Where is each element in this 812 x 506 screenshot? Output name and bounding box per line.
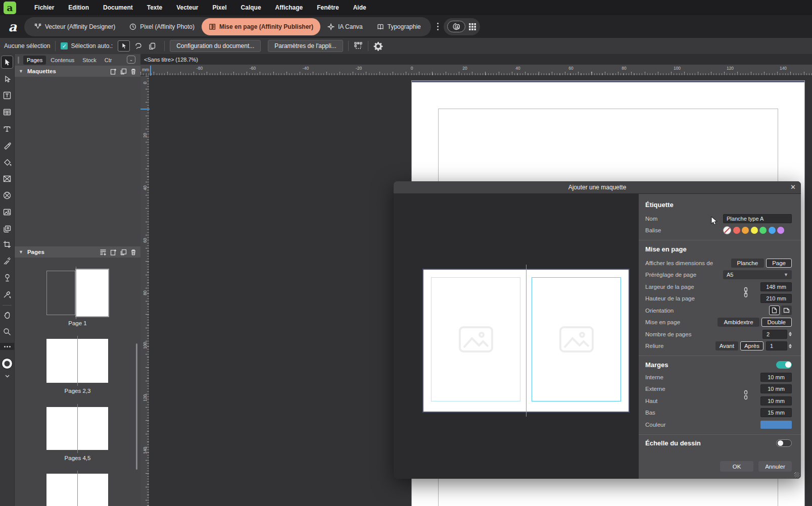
menu-pixel[interactable]: Pixel xyxy=(206,0,234,15)
pages23-thumbnail[interactable] xyxy=(46,339,108,383)
persona-pixel-photo[interactable]: Pixel (Affinity Photo) xyxy=(122,17,202,36)
toolbar-overflow-button[interactable] xyxy=(437,23,439,30)
horizontal-ruler[interactable]: mm -80-60-40-20020406080100120140 xyxy=(140,65,812,76)
pages67-thumbnail-partial[interactable] xyxy=(46,474,108,506)
binding-page-input[interactable]: 1 xyxy=(766,341,787,350)
delete-master-icon[interactable] xyxy=(130,68,136,75)
fill-color-indicator[interactable] xyxy=(1,357,13,370)
page1-thumbnail[interactable] xyxy=(76,270,108,316)
unlink-margins-icon[interactable] xyxy=(743,390,748,400)
dims-page-button[interactable]: Page xyxy=(766,259,792,268)
gear-icon[interactable] xyxy=(373,41,383,51)
rectangle-frame-tool[interactable] xyxy=(1,172,13,185)
menu-texte[interactable]: Texte xyxy=(140,0,169,15)
margin-color-swatch[interactable] xyxy=(760,421,792,429)
asset-pages-tool[interactable] xyxy=(1,222,13,235)
pages-section-header[interactable]: ▼ Pages xyxy=(15,246,140,258)
menu-document[interactable]: Document xyxy=(96,0,140,15)
pages45-label[interactable]: Pages 4,5 xyxy=(15,455,140,461)
page-height-input[interactable]: 210 mm xyxy=(760,294,792,303)
binding-apres-button[interactable]: Après xyxy=(740,341,763,350)
frame-text-tool[interactable] xyxy=(1,89,13,102)
panel-drag-handle[interactable] xyxy=(18,57,19,64)
drawing-scale-toggle[interactable] xyxy=(776,439,792,447)
tag-swatch-blue[interactable] xyxy=(769,227,776,234)
more-tools-button[interactable] xyxy=(0,343,14,350)
tab-ctr[interactable]: Ctr xyxy=(101,56,116,65)
vertical-ruler[interactable]: 020406080100120140 xyxy=(140,76,150,506)
document-tab-title[interactable]: <Sans titre> (128.7%) xyxy=(144,57,198,63)
tag-swatch-purple[interactable] xyxy=(777,227,784,234)
duplicate-page-icon[interactable] xyxy=(120,249,127,256)
page-preset-select[interactable]: A5 ▼ xyxy=(723,270,792,279)
page1-label[interactable]: Page 1 xyxy=(15,320,140,326)
close-icon[interactable]: ✕ xyxy=(790,183,796,191)
margins-toggle[interactable] xyxy=(776,361,792,369)
margin-inner-input[interactable]: 10 mm xyxy=(760,373,792,382)
menu-affichage[interactable]: Affichage xyxy=(268,0,310,15)
duplicate-master-icon[interactable] xyxy=(120,68,127,75)
collapse-chevron-icon[interactable]: ▼ xyxy=(19,249,23,255)
page-width-input[interactable]: 148 mm xyxy=(760,282,792,291)
persona-publisher-active[interactable]: Mise en page (Affinity Publisher) xyxy=(202,18,320,35)
binding-avant-button[interactable]: Avant xyxy=(715,341,738,350)
node-tool[interactable] xyxy=(1,72,13,85)
tab-pages[interactable]: Pages xyxy=(23,56,46,65)
dims-planche-button[interactable]: Planche xyxy=(731,259,765,268)
link-dimensions-icon[interactable] xyxy=(743,287,748,298)
cancel-button[interactable]: Annuler xyxy=(758,461,792,472)
panel-menu-button[interactable]: ⌄ xyxy=(127,56,135,64)
page-count-stepper[interactable] xyxy=(789,332,792,336)
artistic-text-tool[interactable] xyxy=(1,122,13,135)
hand-tool[interactable] xyxy=(1,309,13,322)
layout-ambidextre-button[interactable]: Ambidextre xyxy=(718,318,759,327)
tag-swatch-yellow[interactable] xyxy=(751,227,758,234)
color-picker-tool[interactable] xyxy=(1,288,13,301)
add-page-icon[interactable] xyxy=(110,249,117,256)
copy-select-mode-button[interactable] xyxy=(146,40,158,52)
menu-calque[interactable]: Calque xyxy=(234,0,268,15)
add-master-icon[interactable] xyxy=(110,68,117,75)
crop-tool[interactable] xyxy=(1,238,13,251)
menu-fichier[interactable]: Fichier xyxy=(27,0,61,15)
select-tool-mode-button[interactable] xyxy=(118,40,130,52)
document-setup-button[interactable]: Configuration du document... xyxy=(170,40,261,52)
tab-stock[interactable]: Stock xyxy=(79,56,100,65)
snapping-grid-icon[interactable] xyxy=(354,41,363,50)
ellipse-frame-tool[interactable] xyxy=(1,189,13,202)
tools-expand-chevron[interactable] xyxy=(1,373,13,379)
pages-scrollbar[interactable] xyxy=(136,343,137,470)
move-tool[interactable] xyxy=(1,56,13,69)
workspace-grid-icon[interactable] xyxy=(468,23,476,31)
tag-swatch-red[interactable] xyxy=(733,227,740,234)
orientation-landscape-button[interactable] xyxy=(781,306,792,315)
lasso-select-mode-button[interactable] xyxy=(132,40,144,52)
collapse-chevron-icon[interactable]: ▼ xyxy=(19,69,23,74)
persona-typographie[interactable]: Typographie xyxy=(370,17,428,36)
pen-tool[interactable] xyxy=(1,139,13,152)
ok-button[interactable]: OK xyxy=(720,461,753,472)
menu-vecteur[interactable]: Vecteur xyxy=(169,0,205,15)
pages45-thumbnail[interactable] xyxy=(46,407,108,450)
tab-contenus[interactable]: Contenus xyxy=(47,56,78,65)
margin-bottom-input[interactable]: 15 mm xyxy=(760,408,792,417)
menu-aide[interactable]: Aide xyxy=(346,0,373,15)
apply-master-icon[interactable] xyxy=(100,249,107,256)
table-tool[interactable] xyxy=(1,106,13,119)
brush-tool[interactable] xyxy=(1,255,13,268)
dialog-resize-grip[interactable] xyxy=(794,472,799,477)
dialog-title-bar[interactable]: Ajouter une maquette ✕ xyxy=(394,181,801,194)
assistant-button[interactable] xyxy=(447,21,465,32)
tag-swatch-none[interactable] xyxy=(723,226,731,234)
page-count-input[interactable]: 2 xyxy=(762,330,787,339)
margin-top-input[interactable]: 10 mm xyxy=(760,396,792,406)
binding-page-stepper[interactable] xyxy=(789,344,792,348)
place-image-tool[interactable] xyxy=(1,206,13,219)
auto-select-checkbox[interactable]: ✓ xyxy=(61,42,68,49)
pages23-label[interactable]: Pages 2,3 xyxy=(15,388,140,394)
orientation-portrait-button[interactable] xyxy=(769,306,780,315)
masters-list-empty[interactable] xyxy=(15,77,140,246)
master-name-input[interactable]: Planche type A xyxy=(723,214,792,223)
delete-page-icon[interactable] xyxy=(130,249,136,256)
shape-tool[interactable] xyxy=(1,156,13,169)
